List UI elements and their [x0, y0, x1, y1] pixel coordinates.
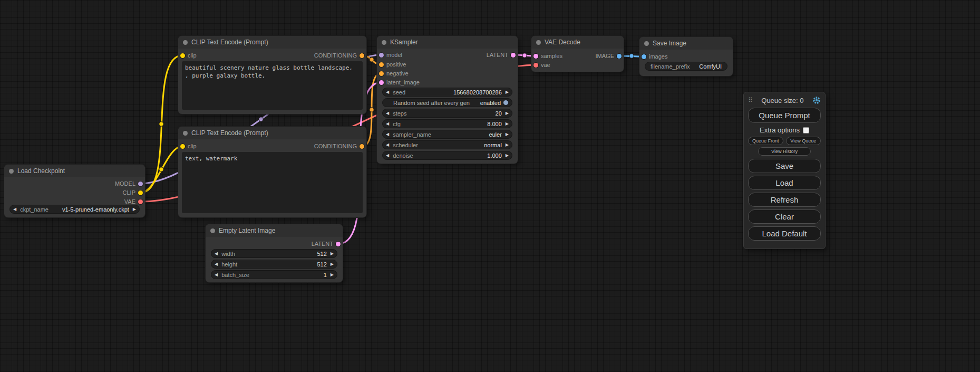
decrement-arrow-icon[interactable]: ◀: [13, 207, 16, 212]
widget-value: 512: [317, 251, 326, 257]
widget-steps[interactable]: ◀ steps 20 ▶: [382, 109, 512, 118]
decrement-arrow-icon[interactable]: ◀: [386, 90, 389, 94]
decrement-arrow-icon[interactable]: ◀: [386, 122, 389, 126]
widget-label: batch_size: [221, 272, 249, 278]
queue-front-button[interactable]: Queue Front: [748, 137, 783, 145]
increment-arrow-icon[interactable]: ▶: [506, 111, 509, 116]
view-history-button[interactable]: View History: [758, 147, 810, 156]
latent-output-dot[interactable]: [511, 53, 516, 58]
node-load-checkpoint-header[interactable]: Load Checkpoint: [4, 165, 145, 177]
view-queue-button[interactable]: View Queue: [786, 137, 821, 145]
widget-filename-prefix[interactable]: filename_prefix ComfyUI: [645, 62, 727, 71]
widget-height[interactable]: ◀ height 512 ▶: [211, 260, 337, 269]
negative-input-dot[interactable]: [379, 71, 384, 76]
wire-midpoint-dot[interactable]: [159, 167, 163, 171]
conditioning-output-dot[interactable]: [360, 144, 364, 149]
widget-scheduler[interactable]: ◀ scheduler normal ▶: [382, 140, 512, 149]
node-save-image[interactable]: Save Image images filename_prefix ComfyU…: [639, 37, 733, 76]
refresh-button[interactable]: Refresh: [748, 193, 821, 207]
clip-input-dot[interactable]: [180, 144, 185, 149]
wire-midpoint-dot[interactable]: [259, 117, 263, 121]
widget-batch-size[interactable]: ◀ batch_size 1 ▶: [211, 270, 337, 279]
queue-prompt-button[interactable]: Queue Prompt: [748, 108, 821, 123]
increment-arrow-icon[interactable]: ▶: [506, 132, 509, 137]
wire-midpoint-dot[interactable]: [370, 58, 374, 62]
node-ksampler[interactable]: KSampler model LATENT positive negative …: [377, 36, 518, 164]
collapse-dot-icon[interactable]: [210, 228, 215, 233]
slot-label: latent_image: [386, 79, 420, 85]
clip-input-dot[interactable]: [180, 53, 185, 58]
latent-image-input-dot[interactable]: [379, 80, 384, 85]
decrement-arrow-icon[interactable]: ◀: [215, 273, 218, 277]
widget-seed[interactable]: ◀ seed 156680208700286 ▶: [382, 88, 512, 97]
node-save-image-header[interactable]: Save Image: [639, 37, 733, 50]
increment-arrow-icon[interactable]: ▶: [331, 262, 334, 266]
node-empty-latent-header[interactable]: Empty Latent Image: [206, 224, 343, 237]
drag-handle-icon[interactable]: ⠿: [748, 97, 753, 104]
widget-ckpt-name[interactable]: ◀ ckpt_name v1-5-pruned-emaonly.ckpt ▶: [9, 205, 140, 214]
samples-input-dot[interactable]: [533, 54, 538, 59]
collapse-dot-icon[interactable]: [536, 40, 541, 45]
decrement-arrow-icon[interactable]: ◀: [386, 111, 389, 116]
model-output-dot[interactable]: [138, 182, 143, 186]
node-clip-text-encode-positive[interactable]: CLIP Text Encode (Prompt) clip CONDITION…: [178, 36, 366, 114]
vae-input-dot[interactable]: [533, 63, 538, 68]
widget-width[interactable]: ◀ width 512 ▶: [211, 249, 337, 258]
decrement-arrow-icon[interactable]: ◀: [386, 154, 389, 158]
clip-output-dot[interactable]: [138, 190, 143, 195]
widget-cfg[interactable]: ◀ cfg 8.000 ▶: [382, 119, 512, 128]
latent-output-dot[interactable]: [336, 242, 341, 246]
wire-midpoint-dot[interactable]: [159, 122, 163, 126]
save-button[interactable]: Save: [748, 159, 821, 173]
wire-midpoint-dot[interactable]: [522, 53, 527, 58]
increment-arrow-icon[interactable]: ▶: [506, 90, 509, 94]
increment-arrow-icon[interactable]: ▶: [133, 207, 136, 212]
widget-seed-control[interactable]: Random seed after every gen enabled: [382, 98, 512, 107]
node-ksampler-header[interactable]: KSampler: [377, 36, 518, 49]
widget-denoise[interactable]: ◀ denoise 1.000 ▶: [382, 151, 512, 160]
widget-sampler-name[interactable]: ◀ sampler_name euler ▶: [382, 130, 512, 139]
image-output-dot[interactable]: [617, 54, 622, 59]
increment-arrow-icon[interactable]: ▶: [506, 143, 509, 147]
wire-midpoint-dot[interactable]: [370, 108, 374, 112]
increment-arrow-icon[interactable]: ▶: [506, 122, 509, 126]
load-default-button[interactable]: Load Default: [748, 226, 821, 241]
decrement-arrow-icon[interactable]: ◀: [386, 132, 389, 137]
extra-options-checkbox[interactable]: [803, 127, 809, 133]
seed-toggle-icon[interactable]: [503, 100, 509, 106]
clear-button[interactable]: Clear: [748, 209, 821, 224]
collapse-dot-icon[interactable]: [644, 41, 649, 46]
collapse-dot-icon[interactable]: [382, 40, 386, 45]
images-input-dot[interactable]: [642, 54, 646, 59]
node-vae-decode[interactable]: VAE Decode samples IMAGE vae: [531, 36, 624, 72]
load-button[interactable]: Load: [748, 176, 821, 190]
prompt-textarea[interactable]: text, watermark: [182, 152, 363, 213]
node-vae-decode-header[interactable]: VAE Decode: [531, 36, 624, 49]
node-clip-positive-header[interactable]: CLIP Text Encode (Prompt): [178, 36, 366, 49]
decrement-arrow-icon[interactable]: ◀: [215, 252, 218, 256]
node-clip-negative-header[interactable]: CLIP Text Encode (Prompt): [178, 127, 366, 139]
settings-gear-icon[interactable]: [812, 96, 821, 104]
input-slot-samples: samples: [533, 52, 562, 60]
collapse-dot-icon[interactable]: [183, 131, 188, 136]
conditioning-output-dot[interactable]: [360, 53, 364, 58]
collapse-dot-icon[interactable]: [183, 40, 188, 45]
decrement-arrow-icon[interactable]: ◀: [386, 143, 389, 147]
vae-output-dot[interactable]: [138, 199, 143, 204]
increment-arrow-icon[interactable]: ▶: [331, 252, 334, 256]
positive-input-dot[interactable]: [379, 62, 384, 67]
wire-midpoint-dot[interactable]: [629, 54, 634, 58]
node-empty-latent-image[interactable]: Empty Latent Image LATENT ◀ width 512 ▶ …: [206, 224, 343, 282]
increment-arrow-icon[interactable]: ▶: [506, 154, 509, 158]
prompt-textarea[interactable]: beautiful scenery nature glass bottle la…: [182, 61, 363, 110]
node-clip-text-encode-negative[interactable]: CLIP Text Encode (Prompt) clip CONDITION…: [178, 127, 366, 217]
input-slot-clip: clip: [180, 51, 197, 60]
output-slot-latent: LATENT: [312, 240, 341, 248]
node-load-checkpoint[interactable]: Load Checkpoint MODEL CLIP VAE ◀ ckpt_na…: [4, 165, 145, 217]
increment-arrow-icon[interactable]: ▶: [331, 273, 334, 277]
decrement-arrow-icon[interactable]: ◀: [215, 262, 218, 266]
model-input-dot[interactable]: [379, 53, 384, 58]
slot-label: samples: [541, 53, 562, 59]
collapse-dot-icon[interactable]: [9, 169, 14, 174]
slot-label: IMAGE: [596, 53, 614, 59]
